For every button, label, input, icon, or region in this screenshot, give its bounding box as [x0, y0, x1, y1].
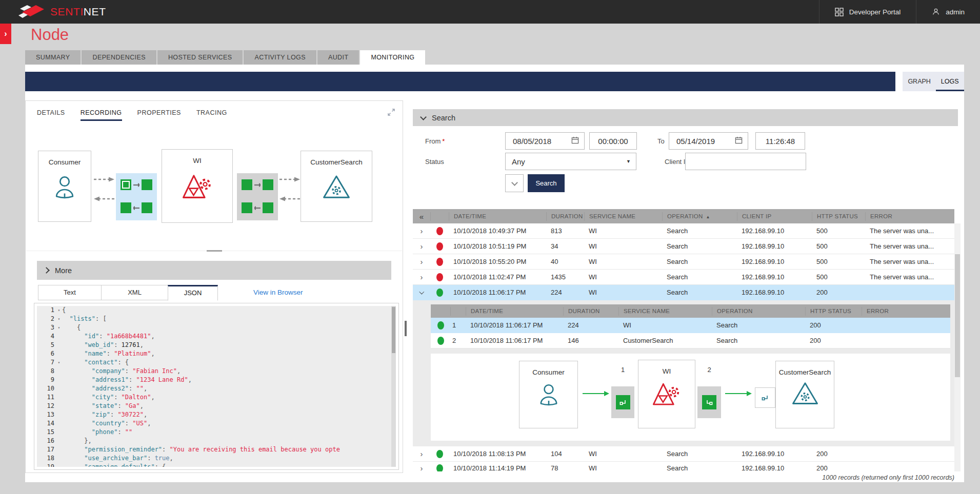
tab-properties[interactable]: PROPERTIES [137, 109, 181, 121]
column-header-error[interactable]: ERROR [865, 212, 954, 221]
view-in-browser-link[interactable]: View in Browser [253, 285, 303, 300]
tab-dependencies[interactable]: DEPENDENCIES [82, 50, 156, 65]
monitoring-toolbar [25, 72, 895, 91]
diagram-node-wi[interactable]: WI [638, 360, 695, 428]
expand-row-icon[interactable]: › [413, 242, 430, 250]
log-subrow[interactable]: 210/10/2018 11:06:17 PM146CustomerSearch… [431, 333, 950, 348]
log-row[interactable]: ›10/10/2018 11:02:47 PM1435WISearch192.1… [413, 270, 954, 285]
message-step-icon[interactable] [702, 395, 716, 409]
nav-expand-tab[interactable]: › [0, 24, 11, 44]
sentinet-monitoring-page: { "status_colors": {"error": "#dc1f2e", … [0, 0, 980, 494]
request-arrow-icon [279, 177, 301, 182]
tab-hosted-services[interactable]: HOSTED SERVICES [157, 50, 243, 65]
message-step-icon[interactable] [263, 179, 273, 190]
view-toggle: GRAPHLOGS [903, 72, 964, 91]
more-expander[interactable]: More [37, 261, 391, 280]
message-step-icon[interactable] [242, 179, 252, 190]
tab-json[interactable]: JSON [168, 285, 218, 301]
message-exchange-wi-customersearch[interactable] [237, 173, 278, 220]
search-button[interactable]: Search [528, 174, 565, 192]
tab-monitoring[interactable]: MONITORING [360, 50, 425, 65]
expand-row-icon[interactable]: › [413, 273, 430, 281]
log-row[interactable]: 10/10/2018 11:06:17 PM224WISearch192.168… [413, 285, 954, 300]
json-code[interactable]: 1▾{2▾ "lists": [3▾ {4 "id": "1a668b4481"… [37, 306, 396, 467]
fold-icon[interactable]: ▾ [56, 358, 62, 367]
to-date-input[interactable]: 05/14/2019 [669, 132, 748, 150]
column-header-service-name[interactable]: SERVICE NAME [584, 212, 662, 221]
tab-xml[interactable]: XML [101, 285, 168, 300]
column-header-http-status[interactable]: HTTP STATUS [812, 212, 865, 221]
message-step-icon[interactable] [142, 202, 152, 213]
log-row[interactable]: ›10/10/2018 10:55:20 PM40WISearch192.168… [413, 254, 954, 270]
fold-icon[interactable]: ▾ [56, 315, 62, 323]
expand-panel-button[interactable] [387, 108, 395, 118]
expand-icon [387, 108, 395, 116]
diagram-node-consumer[interactable]: Consumer [519, 361, 578, 428]
code-scrollbar[interactable] [391, 306, 396, 467]
tab-tracing[interactable]: TRACING [196, 109, 227, 121]
search-options-button[interactable] [505, 174, 524, 192]
request-arrow-icon [93, 177, 115, 182]
user-menu[interactable]: admin [916, 0, 980, 24]
expand-row-icon[interactable]: › [413, 227, 430, 235]
to-time-input[interactable]: 11:26:48 [755, 132, 805, 150]
tab-details[interactable]: DETAILS [37, 109, 65, 121]
from-date-input[interactable]: 08/05/2018 [505, 132, 585, 150]
view-toggle-logs[interactable]: LOGS [936, 72, 964, 91]
message-step-icon[interactable] [121, 202, 131, 213]
panel-scrollbar-thumb[interactable] [405, 321, 407, 336]
log-row[interactable]: ›10/10/2018 10:49:37 PM813WISearch192.16… [413, 223, 954, 239]
record-detail-tabs: DETAILSRECORDINGPROPERTIESTRACING [37, 109, 227, 121]
tab-audit[interactable]: AUDIT [317, 50, 359, 65]
sentinet-logo[interactable]: SENTINET [17, 4, 106, 19]
diagram-node-consumer[interactable]: Consumer [38, 151, 91, 222]
status-dot-cell [430, 273, 449, 281]
message-step-icon[interactable] [242, 202, 252, 213]
fold-icon[interactable]: ▾ [56, 323, 62, 332]
panel-splitter[interactable] [26, 251, 402, 251]
log-row[interactable]: ›10/10/2018 11:14:19 PM78WISearch192.168… [413, 462, 954, 471]
column-header-client-ip[interactable]: CLIENT IP [737, 212, 812, 221]
tab-text[interactable]: Text [38, 285, 102, 300]
message-step-icon[interactable] [263, 202, 273, 213]
log-row[interactable]: ›10/10/2018 11:08:13 PM104WISearch192.16… [413, 446, 954, 462]
column-header-duration[interactable]: DURATION [546, 212, 584, 221]
message-out-box[interactable] [755, 387, 775, 408]
expand-row-icon[interactable]: › [413, 258, 430, 265]
calendar-icon[interactable] [571, 136, 579, 146]
required-mark: * [442, 137, 445, 145]
column-header-operation[interactable]: OPERATION▲ [662, 212, 737, 221]
developer-portal-button[interactable]: Developer Portal [819, 0, 916, 24]
column-header-date-time[interactable]: DATE/TIME [449, 212, 546, 221]
status-select[interactable]: Any ▼ [505, 153, 636, 170]
fold-icon[interactable]: ▾ [56, 306, 62, 315]
log-subrow[interactable]: 110/10/2018 11:06:17 PM224WISearch200 [431, 318, 950, 333]
tab-recording[interactable]: RECORDING [81, 109, 122, 121]
results-table: «DATE/TIMEDURATIONSERVICE NAMEOPERATION▲… [413, 209, 954, 471]
status-label: Status [425, 158, 444, 166]
collapse-columns-icon[interactable]: « [413, 212, 430, 221]
table-scrollbar[interactable] [954, 223, 961, 471]
diagram-node-wi[interactable]: WI [162, 149, 233, 223]
collapse-row-icon[interactable] [413, 290, 430, 295]
code-line: 15 "phone": "" [37, 428, 396, 437]
tab-activity-logs[interactable]: ACTIVITY LOGS [244, 50, 316, 65]
message-step-icon[interactable] [121, 179, 131, 190]
log-row[interactable]: ›10/10/2018 10:51:19 PM34WISearch192.168… [413, 239, 954, 254]
step-index: 2 [450, 337, 466, 344]
diagram-node-customersearch[interactable]: CustomerSearch [301, 151, 372, 222]
code-line: 18 "use_archive_bar": true, [37, 454, 396, 463]
message-exchange-consumer-wi[interactable] [116, 173, 157, 220]
client-ip-input[interactable] [685, 153, 806, 170]
status-dot-success [436, 289, 443, 297]
diagram-node-customersearch[interactable]: CustomerSearch [775, 361, 834, 428]
message-step-icon[interactable] [616, 395, 630, 409]
expand-row-icon[interactable]: › [413, 464, 430, 471]
expand-row-icon[interactable]: › [413, 450, 430, 458]
view-toggle-graph[interactable]: GRAPH [903, 72, 935, 91]
calendar-icon[interactable] [735, 136, 743, 146]
from-time-input[interactable]: 00:00:00 [589, 132, 637, 150]
tab-summary[interactable]: SUMMARY [25, 50, 81, 65]
search-section-header[interactable]: Search [413, 109, 958, 126]
message-step-icon[interactable] [142, 179, 152, 190]
